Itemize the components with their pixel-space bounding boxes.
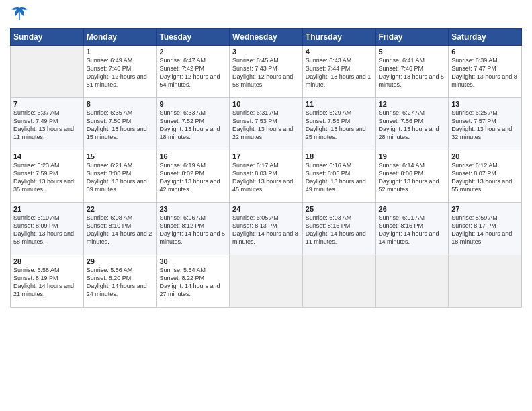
day-info: Sunrise: 6:39 AM Sunset: 7:47 PM Dayligh… — [451, 56, 519, 89]
day-number: 26 — [379, 205, 446, 213]
header-wednesday: Wednesday — [230, 29, 303, 46]
day-cell: 3Sunrise: 6:45 AM Sunset: 7:43 PM Daylig… — [230, 46, 303, 98]
day-cell: 9Sunrise: 6:33 AM Sunset: 7:52 PM Daylig… — [157, 98, 230, 150]
header — [10, 7, 522, 21]
day-number: 15 — [87, 152, 154, 161]
day-info: Sunrise: 6:27 AM Sunset: 7:56 PM Dayligh… — [379, 109, 446, 142]
day-number: 7 — [13, 100, 81, 108]
header-tuesday: Tuesday — [157, 29, 230, 46]
day-info: Sunrise: 6:35 AM Sunset: 7:50 PM Dayligh… — [87, 109, 154, 142]
day-info: Sunrise: 6:31 AM Sunset: 7:53 PM Dayligh… — [232, 109, 300, 142]
day-cell: 22Sunrise: 6:08 AM Sunset: 8:10 PM Dayli… — [83, 203, 157, 255]
day-cell: 10Sunrise: 6:31 AM Sunset: 7:53 PM Dayli… — [230, 98, 303, 150]
day-number: 5 — [379, 48, 446, 56]
day-info: Sunrise: 6:06 AM Sunset: 8:12 PM Dayligh… — [159, 214, 226, 246]
day-number: 6 — [451, 48, 519, 56]
day-cell: 12Sunrise: 6:27 AM Sunset: 7:56 PM Dayli… — [375, 98, 449, 150]
day-info: Sunrise: 5:56 AM Sunset: 8:20 PM Dayligh… — [87, 266, 154, 299]
day-number: 25 — [306, 205, 373, 213]
day-number: 2 — [159, 48, 226, 56]
day-number: 10 — [232, 100, 300, 108]
week-row-3: 14Sunrise: 6:23 AM Sunset: 7:59 PM Dayli… — [11, 150, 522, 203]
day-cell: 7Sunrise: 6:37 AM Sunset: 7:49 PM Daylig… — [11, 98, 84, 150]
day-cell: 15Sunrise: 6:21 AM Sunset: 8:00 PM Dayli… — [83, 150, 157, 203]
day-number: 27 — [451, 205, 519, 213]
day-info: Sunrise: 6:49 AM Sunset: 7:40 PM Dayligh… — [87, 56, 154, 89]
day-number: 20 — [451, 152, 519, 161]
week-row-2: 7Sunrise: 6:37 AM Sunset: 7:49 PM Daylig… — [11, 98, 522, 150]
day-number: 12 — [379, 100, 446, 108]
logo — [10, 7, 32, 21]
header-friday: Friday — [375, 29, 449, 46]
day-info: Sunrise: 6:45 AM Sunset: 7:43 PM Dayligh… — [232, 56, 300, 89]
day-number: 16 — [159, 152, 226, 161]
day-cell: 19Sunrise: 6:14 AM Sunset: 8:06 PM Dayli… — [375, 150, 449, 203]
day-info: Sunrise: 6:03 AM Sunset: 8:15 PM Dayligh… — [306, 214, 373, 246]
day-cell: 6Sunrise: 6:39 AM Sunset: 7:47 PM Daylig… — [449, 46, 522, 98]
day-number: 11 — [306, 100, 373, 108]
day-cell: 21Sunrise: 6:10 AM Sunset: 8:09 PM Dayli… — [11, 203, 84, 255]
day-info: Sunrise: 6:29 AM Sunset: 7:55 PM Dayligh… — [306, 109, 373, 142]
day-info: Sunrise: 6:41 AM Sunset: 7:46 PM Dayligh… — [379, 56, 446, 89]
day-cell: 24Sunrise: 6:05 AM Sunset: 8:13 PM Dayli… — [230, 203, 303, 255]
day-info: Sunrise: 6:12 AM Sunset: 8:07 PM Dayligh… — [451, 161, 519, 194]
day-info: Sunrise: 5:58 AM Sunset: 8:19 PM Dayligh… — [13, 266, 81, 299]
day-cell — [11, 46, 84, 98]
day-info: Sunrise: 6:21 AM Sunset: 8:00 PM Dayligh… — [87, 161, 154, 194]
day-info: Sunrise: 5:59 AM Sunset: 8:17 PM Dayligh… — [451, 214, 519, 246]
day-info: Sunrise: 6:33 AM Sunset: 7:52 PM Dayligh… — [159, 109, 226, 142]
day-number: 1 — [87, 48, 154, 56]
day-number: 23 — [159, 205, 226, 213]
day-cell: 30Sunrise: 5:54 AM Sunset: 8:22 PM Dayli… — [157, 255, 230, 308]
day-info: Sunrise: 6:01 AM Sunset: 8:16 PM Dayligh… — [379, 214, 446, 246]
day-cell: 23Sunrise: 6:06 AM Sunset: 8:12 PM Dayli… — [157, 203, 230, 255]
header-thursday: Thursday — [302, 29, 375, 46]
day-cell: 8Sunrise: 6:35 AM Sunset: 7:50 PM Daylig… — [83, 98, 157, 150]
calendar-table: SundayMondayTuesdayWednesdayThursdayFrid… — [10, 28, 522, 308]
main-container: SundayMondayTuesdayWednesdayThursdayFrid… — [0, 0, 532, 314]
day-cell: 5Sunrise: 6:41 AM Sunset: 7:46 PM Daylig… — [375, 46, 449, 98]
day-number: 29 — [87, 257, 154, 265]
day-number: 8 — [87, 100, 154, 108]
day-number: 3 — [232, 48, 300, 56]
day-number: 19 — [379, 152, 446, 161]
day-number: 13 — [451, 100, 519, 108]
day-info: Sunrise: 6:43 AM Sunset: 7:44 PM Dayligh… — [306, 56, 373, 89]
day-info: Sunrise: 6:17 AM Sunset: 8:03 PM Dayligh… — [232, 161, 300, 194]
week-row-5: 28Sunrise: 5:58 AM Sunset: 8:19 PM Dayli… — [11, 255, 522, 308]
day-info: Sunrise: 6:16 AM Sunset: 8:05 PM Dayligh… — [306, 161, 373, 194]
day-cell: 26Sunrise: 6:01 AM Sunset: 8:16 PM Dayli… — [375, 203, 449, 255]
day-cell: 14Sunrise: 6:23 AM Sunset: 7:59 PM Dayli… — [11, 150, 84, 203]
day-cell — [375, 255, 449, 308]
day-info: Sunrise: 6:47 AM Sunset: 7:42 PM Dayligh… — [159, 56, 226, 89]
day-cell: 20Sunrise: 6:12 AM Sunset: 8:07 PM Dayli… — [449, 150, 522, 203]
day-info: Sunrise: 6:10 AM Sunset: 8:09 PM Dayligh… — [13, 214, 81, 246]
day-cell: 28Sunrise: 5:58 AM Sunset: 8:19 PM Dayli… — [11, 255, 84, 308]
day-cell — [302, 255, 375, 308]
header-sunday: Sunday — [11, 29, 84, 46]
day-cell — [449, 255, 522, 308]
day-info: Sunrise: 6:19 AM Sunset: 8:02 PM Dayligh… — [159, 161, 226, 194]
day-cell: 1Sunrise: 6:49 AM Sunset: 7:40 PM Daylig… — [83, 46, 157, 98]
header-monday: Monday — [83, 29, 157, 46]
header-row: SundayMondayTuesdayWednesdayThursdayFrid… — [11, 29, 522, 46]
day-info: Sunrise: 6:25 AM Sunset: 7:57 PM Dayligh… — [451, 109, 519, 142]
day-cell — [230, 255, 303, 308]
day-info: Sunrise: 6:23 AM Sunset: 7:59 PM Dayligh… — [13, 161, 81, 194]
day-cell: 29Sunrise: 5:56 AM Sunset: 8:20 PM Dayli… — [83, 255, 157, 308]
day-cell: 11Sunrise: 6:29 AM Sunset: 7:55 PM Dayli… — [302, 98, 375, 150]
day-number: 30 — [159, 257, 226, 265]
day-info: Sunrise: 5:54 AM Sunset: 8:22 PM Dayligh… — [159, 266, 226, 299]
day-number: 4 — [306, 48, 373, 56]
day-number: 21 — [13, 205, 81, 213]
day-info: Sunrise: 6:14 AM Sunset: 8:06 PM Dayligh… — [379, 161, 446, 194]
day-number: 24 — [232, 205, 300, 213]
day-info: Sunrise: 6:37 AM Sunset: 7:49 PM Dayligh… — [13, 109, 81, 142]
day-cell: 18Sunrise: 6:16 AM Sunset: 8:05 PM Dayli… — [302, 150, 375, 203]
day-number: 28 — [13, 257, 81, 265]
day-number: 14 — [13, 152, 81, 161]
day-info: Sunrise: 6:05 AM Sunset: 8:13 PM Dayligh… — [232, 214, 300, 246]
week-row-1: 1Sunrise: 6:49 AM Sunset: 7:40 PM Daylig… — [11, 46, 522, 98]
day-number: 17 — [232, 152, 300, 161]
day-cell: 17Sunrise: 6:17 AM Sunset: 8:03 PM Dayli… — [230, 150, 303, 203]
